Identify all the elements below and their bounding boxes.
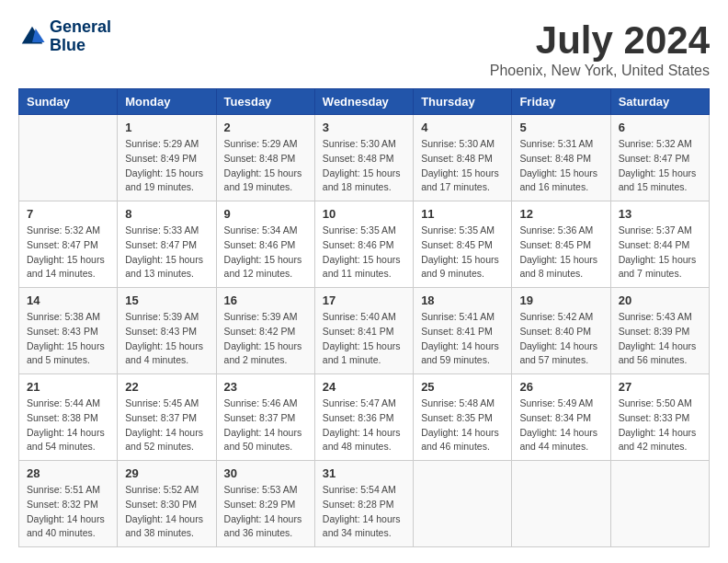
cell-info: Sunrise: 5:54 AM Sunset: 8:28 PM Dayligh… [323, 483, 405, 541]
cell-info: Sunrise: 5:47 AM Sunset: 8:36 PM Dayligh… [323, 396, 405, 454]
cell-info: Sunrise: 5:49 AM Sunset: 8:34 PM Dayligh… [519, 396, 602, 454]
calendar-cell: 2Sunrise: 5:29 AM Sunset: 8:48 PM Daylig… [216, 115, 314, 201]
calendar-cell: 19Sunrise: 5:42 AM Sunset: 8:40 PM Dayli… [512, 288, 610, 374]
cell-info: Sunrise: 5:36 AM Sunset: 8:45 PM Dayligh… [519, 224, 602, 282]
calendar-cell: 10Sunrise: 5:35 AM Sunset: 8:46 PM Dayli… [314, 201, 413, 288]
cell-info: Sunrise: 5:48 AM Sunset: 8:35 PM Dayligh… [421, 396, 504, 454]
day-number: 20 [619, 293, 701, 307]
cell-info: Sunrise: 5:50 AM Sunset: 8:33 PM Dayligh… [619, 396, 701, 454]
calendar-cell: 15Sunrise: 5:39 AM Sunset: 8:43 PM Dayli… [118, 288, 216, 374]
calendar-cell: 9Sunrise: 5:34 AM Sunset: 8:46 PM Daylig… [216, 201, 314, 288]
cell-info: Sunrise: 5:44 AM Sunset: 8:38 PM Dayligh… [27, 396, 109, 454]
cell-info: Sunrise: 5:41 AM Sunset: 8:41 PM Dayligh… [421, 310, 504, 368]
day-number: 3 [323, 121, 405, 134]
cell-info: Sunrise: 5:35 AM Sunset: 8:46 PM Dayligh… [323, 224, 405, 282]
logo: General Blue [18, 18, 111, 55]
day-number: 13 [619, 207, 701, 221]
day-number: 12 [519, 207, 602, 221]
cell-info: Sunrise: 5:32 AM Sunset: 8:47 PM Dayligh… [27, 224, 109, 282]
cell-info: Sunrise: 5:29 AM Sunset: 8:49 PM Dayligh… [125, 137, 208, 195]
day-number: 30 [224, 466, 307, 480]
day-number: 4 [421, 121, 504, 134]
calendar-cell: 20Sunrise: 5:43 AM Sunset: 8:39 PM Dayli… [610, 288, 709, 374]
calendar-header-row: SundayMondayTuesdayWednesdayThursdayFrid… [19, 89, 710, 115]
cell-info: Sunrise: 5:53 AM Sunset: 8:29 PM Dayligh… [224, 483, 307, 541]
calendar-cell: 14Sunrise: 5:38 AM Sunset: 8:43 PM Dayli… [19, 288, 118, 374]
cell-info: Sunrise: 5:39 AM Sunset: 8:43 PM Dayligh… [125, 310, 208, 368]
cell-info: Sunrise: 5:37 AM Sunset: 8:44 PM Dayligh… [619, 224, 701, 282]
day-number: 27 [619, 380, 701, 394]
logo-line2: Blue [50, 37, 111, 55]
calendar-cell: 25Sunrise: 5:48 AM Sunset: 8:35 PM Dayli… [414, 374, 512, 461]
day-number: 23 [224, 380, 307, 394]
column-header-monday: Monday [118, 89, 216, 115]
logo-text: General Blue [50, 18, 111, 55]
column-header-friday: Friday [512, 89, 610, 115]
column-header-thursday: Thursday [414, 89, 512, 115]
calendar-cell: 18Sunrise: 5:41 AM Sunset: 8:41 PM Dayli… [414, 288, 512, 374]
day-number: 16 [224, 293, 307, 307]
day-number: 18 [421, 293, 504, 307]
calendar-cell: 8Sunrise: 5:33 AM Sunset: 8:47 PM Daylig… [118, 201, 216, 288]
cell-info: Sunrise: 5:35 AM Sunset: 8:45 PM Dayligh… [421, 224, 504, 282]
cell-info: Sunrise: 5:45 AM Sunset: 8:37 PM Dayligh… [125, 396, 208, 454]
calendar-cell [414, 461, 512, 547]
calendar-week-row: 1Sunrise: 5:29 AM Sunset: 8:49 PM Daylig… [19, 115, 710, 201]
main-title: July 2024 [490, 18, 710, 63]
calendar-cell: 12Sunrise: 5:36 AM Sunset: 8:45 PM Dayli… [512, 201, 610, 288]
title-section: July 2024 Phoenix, New York, United Stat… [490, 18, 710, 79]
day-number: 29 [125, 466, 208, 480]
calendar-cell: 1Sunrise: 5:29 AM Sunset: 8:49 PM Daylig… [118, 115, 216, 201]
calendar-week-row: 14Sunrise: 5:38 AM Sunset: 8:43 PM Dayli… [19, 288, 710, 374]
day-number: 26 [519, 380, 602, 394]
day-number: 14 [27, 293, 109, 307]
page-header: General Blue July 2024 Phoenix, New York… [18, 18, 710, 79]
calendar-cell: 3Sunrise: 5:30 AM Sunset: 8:48 PM Daylig… [314, 115, 413, 201]
calendar-cell: 17Sunrise: 5:40 AM Sunset: 8:41 PM Dayli… [314, 288, 413, 374]
day-number: 1 [125, 121, 208, 134]
calendar-cell: 23Sunrise: 5:46 AM Sunset: 8:37 PM Dayli… [216, 374, 314, 461]
calendar-cell: 22Sunrise: 5:45 AM Sunset: 8:37 PM Dayli… [118, 374, 216, 461]
day-number: 25 [421, 380, 504, 394]
column-header-wednesday: Wednesday [314, 89, 413, 115]
day-number: 8 [125, 207, 208, 221]
calendar-cell: 21Sunrise: 5:44 AM Sunset: 8:38 PM Dayli… [19, 374, 118, 461]
cell-info: Sunrise: 5:33 AM Sunset: 8:47 PM Dayligh… [125, 224, 208, 282]
column-header-tuesday: Tuesday [216, 89, 314, 115]
calendar-table: SundayMondayTuesdayWednesdayThursdayFrid… [18, 88, 710, 547]
day-number: 24 [323, 380, 405, 394]
calendar-cell [512, 461, 610, 547]
calendar-week-row: 7Sunrise: 5:32 AM Sunset: 8:47 PM Daylig… [19, 201, 710, 288]
calendar-cell: 5Sunrise: 5:31 AM Sunset: 8:48 PM Daylig… [512, 115, 610, 201]
day-number: 10 [323, 207, 405, 221]
cell-info: Sunrise: 5:31 AM Sunset: 8:48 PM Dayligh… [519, 137, 602, 195]
cell-info: Sunrise: 5:42 AM Sunset: 8:40 PM Dayligh… [519, 310, 602, 368]
logo-icon [18, 23, 46, 51]
cell-info: Sunrise: 5:40 AM Sunset: 8:41 PM Dayligh… [323, 310, 405, 368]
day-number: 17 [323, 293, 405, 307]
calendar-cell [610, 461, 709, 547]
day-number: 28 [27, 466, 109, 480]
calendar-cell: 7Sunrise: 5:32 AM Sunset: 8:47 PM Daylig… [19, 201, 118, 288]
day-number: 7 [27, 207, 109, 221]
cell-info: Sunrise: 5:52 AM Sunset: 8:30 PM Dayligh… [125, 483, 208, 541]
day-number: 15 [125, 293, 208, 307]
day-number: 22 [125, 380, 208, 394]
day-number: 19 [519, 293, 602, 307]
calendar-cell: 27Sunrise: 5:50 AM Sunset: 8:33 PM Dayli… [610, 374, 709, 461]
day-number: 5 [519, 121, 602, 134]
cell-info: Sunrise: 5:51 AM Sunset: 8:32 PM Dayligh… [27, 483, 109, 541]
cell-info: Sunrise: 5:30 AM Sunset: 8:48 PM Dayligh… [323, 137, 405, 195]
calendar-cell: 26Sunrise: 5:49 AM Sunset: 8:34 PM Dayli… [512, 374, 610, 461]
day-number: 11 [421, 207, 504, 221]
day-number: 2 [224, 121, 307, 134]
cell-info: Sunrise: 5:32 AM Sunset: 8:47 PM Dayligh… [619, 137, 701, 195]
subtitle: Phoenix, New York, United States [490, 63, 710, 79]
calendar-cell: 11Sunrise: 5:35 AM Sunset: 8:45 PM Dayli… [414, 201, 512, 288]
cell-info: Sunrise: 5:30 AM Sunset: 8:48 PM Dayligh… [421, 137, 504, 195]
calendar-cell: 4Sunrise: 5:30 AM Sunset: 8:48 PM Daylig… [414, 115, 512, 201]
calendar-cell: 16Sunrise: 5:39 AM Sunset: 8:42 PM Dayli… [216, 288, 314, 374]
calendar-cell: 31Sunrise: 5:54 AM Sunset: 8:28 PM Dayli… [314, 461, 413, 547]
calendar-cell: 29Sunrise: 5:52 AM Sunset: 8:30 PM Dayli… [118, 461, 216, 547]
calendar-week-row: 21Sunrise: 5:44 AM Sunset: 8:38 PM Dayli… [19, 374, 710, 461]
